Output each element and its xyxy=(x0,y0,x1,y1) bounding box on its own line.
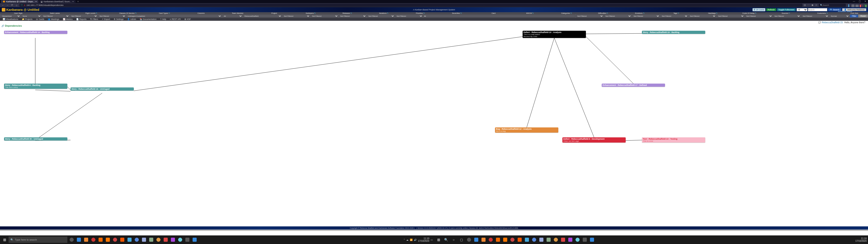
taskbar-app-icon[interactable] xyxy=(538,236,545,243)
swim-lanes-select[interactable]: None xyxy=(21,15,41,18)
taskbar-app-icon[interactable] xyxy=(531,236,537,243)
menu-reports[interactable]: 📄Reports xyxy=(76,18,87,20)
taskbar-clock[interactable]: 11:10 17/10/2020 xyxy=(855,237,867,242)
menu-projects[interactable]: 📁Projects xyxy=(22,18,33,20)
taskbar-app-icon[interactable] xyxy=(155,236,162,243)
taskbar-app-icon[interactable] xyxy=(177,236,184,243)
taskbar-app-icon[interactable] xyxy=(104,236,111,243)
taskbar-app-icon[interactable] xyxy=(473,236,480,243)
chevron-up-icon[interactable]: ˄ xyxy=(404,239,405,241)
releases-select[interactable]: Not Filtered xyxy=(339,15,367,18)
new-tab-button[interactable]: + xyxy=(76,0,80,3)
app-logo[interactable]: Kanbanara @ Untitled xyxy=(2,8,39,11)
sidebar-icon[interactable]: ▤ xyxy=(855,4,859,7)
close-icon[interactable]: ✕ xyxy=(864,0,867,2)
menu-rest-api[interactable]: ≡REST API xyxy=(170,18,181,20)
bookmark-icon[interactable]: ☆ xyxy=(815,4,817,6)
cloud-icon[interactable]: ☁ xyxy=(406,239,408,241)
menu-documentation[interactable]: 📚Documentation xyxy=(140,18,157,20)
categories-select[interactable]: Not Filtered xyxy=(604,15,632,18)
emotions-select[interactable]: Not Filtered xyxy=(660,15,688,18)
browser-tab[interactable]: 🔶 Kanbanara @ Untitled - Depe... × xyxy=(1,0,38,3)
taskbar-app-icon[interactable] xyxy=(169,236,176,243)
home-button[interactable]: ⌂ xyxy=(15,4,18,7)
ext-icon[interactable]: ◧ xyxy=(860,4,863,7)
reader-icon[interactable]: ⊡ xyxy=(804,4,806,6)
cortana-icon[interactable]: ○ xyxy=(450,236,457,243)
difficulties-select[interactable]: Not Filtered xyxy=(632,15,660,18)
tags-select[interactable]: Not Filtered xyxy=(688,15,716,18)
menu-metrics[interactable]: 📈Metrics xyxy=(63,18,72,20)
notification-icon[interactable]: ▭ xyxy=(431,239,433,241)
taskbar-app-icon[interactable] xyxy=(133,236,140,243)
taskbar-app-icon[interactable] xyxy=(68,236,75,243)
taskbar-app-icon[interactable] xyxy=(509,236,516,243)
taskbar-app-icon[interactable] xyxy=(516,236,523,243)
taskbar-app-icon[interactable] xyxy=(524,236,530,243)
search-scope-select[interactable]: All xyxy=(797,8,807,11)
taskbar-app-icon[interactable] xyxy=(502,236,508,243)
menu-settings[interactable]: ⚙Settings xyxy=(114,18,124,20)
sources-select[interactable]: Not Filtered xyxy=(773,15,801,18)
columns-select[interactable]: Untriaged-Completed xyxy=(126,15,222,18)
filter-button[interactable]: Filter xyxy=(850,15,858,18)
chat-user[interactable]: RebeccaShalfield-15: xyxy=(822,21,843,24)
dependency-card[interactable]: Story : RebeccaShalfield-16 : Untriaged xyxy=(70,87,134,91)
dependency-card[interactable]: Story : RebeccaShalfield-30 : Untriaged xyxy=(4,138,67,141)
mscw-select[interactable]: Not Filtered xyxy=(576,15,603,18)
taskbar-app-icon[interactable] xyxy=(162,236,169,243)
maximize-icon[interactable]: ▢ xyxy=(858,0,862,2)
iterations-select[interactable]: Not Filtered xyxy=(367,15,395,18)
wifi-icon[interactable]: 📶 xyxy=(410,239,412,241)
search-input[interactable] xyxy=(808,8,827,11)
dependency-card[interactable]: Bug : RebeccaShalfield-12 : Analysisthis… xyxy=(495,127,558,133)
card-types-select[interactable]: Not Filtered xyxy=(98,15,126,18)
taskbar-app-icon[interactable] xyxy=(553,236,559,243)
taskbar-app-icon[interactable] xyxy=(148,236,155,243)
taskbar-app-icon[interactable] xyxy=(545,236,552,243)
url-bar[interactable]: 🛡 ⊘ 192.168.1.77:8081/visuals/dependenci… xyxy=(20,4,802,7)
taskbar-app-icon[interactable] xyxy=(589,236,595,243)
dependency-card[interactable]: Defect : RebeccaShalfield-3 : Developmen… xyxy=(562,138,626,143)
cards-badge[interactable]: ≣ 28 Cards xyxy=(752,8,765,11)
cos-select[interactable]: Not Filtered xyxy=(70,15,98,18)
reload-button[interactable]: ⟳ xyxy=(10,4,13,7)
dependency-canvas[interactable]: Enhancement : RebeccaShalfield-14 : Back… xyxy=(0,28,868,192)
start-button[interactable]: ⊞ xyxy=(1,237,8,243)
dependency-card[interactable]: Defect : RebeccaShalfield-10 : AnalysisT… xyxy=(523,31,586,38)
taskbar-app-icon[interactable] xyxy=(574,236,581,243)
taskbar-app-icon[interactable] xyxy=(112,236,119,243)
menu-export[interactable]: ↗Export xyxy=(102,18,110,20)
close-icon[interactable]: × xyxy=(35,0,37,3)
priorities-select[interactable]: Not Filtered xyxy=(395,15,423,18)
refresh-button[interactable]: Refresh xyxy=(766,8,776,11)
dependency-card[interactable]: Story : RebeccaShalfield-6 : BacklogThis… xyxy=(4,84,67,89)
taskview-icon[interactable]: ▢ xyxy=(458,236,465,243)
flight-levels-select[interactable]: Not Filtered xyxy=(42,15,70,18)
search-icon[interactable]: 🔍 xyxy=(442,236,450,243)
hashtags-select[interactable]: Not Filtered xyxy=(717,15,744,18)
taskbar-app-icon[interactable] xyxy=(466,236,472,243)
dependency-card[interactable]: Enhancement : RebeccaShalfield-14 : Back… xyxy=(4,31,67,34)
taskbar-app-icon[interactable] xyxy=(75,236,82,243)
taskbar-app-icon[interactable] xyxy=(97,236,104,243)
subteams-select[interactable]: Not Filtered xyxy=(311,15,338,18)
taskbar-app-icon[interactable] xyxy=(141,236,147,243)
team-member-select[interactable]: RebeccaShalfield xyxy=(243,15,282,18)
dependency-card[interactable]: Enhancement : RebeccaShalfield-17 : Defi… xyxy=(602,84,665,87)
menu-visualisations[interactable]: 📊Visualisations xyxy=(3,18,18,20)
taskbar-app-icon[interactable] xyxy=(126,236,133,243)
member-scope-select[interactable]: All xyxy=(222,15,242,18)
taskbar-app-icon[interactable] xyxy=(480,236,487,243)
taskbar-app-icon[interactable] xyxy=(184,236,191,243)
taskbar-search[interactable]: 🔍 Type here to search xyxy=(8,237,67,243)
menu-filters[interactable]: ⚗Filters xyxy=(90,18,98,20)
taskbar-app-icon[interactable] xyxy=(581,236,588,243)
library-icon[interactable]: ▥ xyxy=(851,4,855,7)
taskbar-app-icon[interactable] xyxy=(83,236,90,243)
customers-select[interactable]: Not Filtered xyxy=(801,15,829,18)
taskbar-app-icon[interactable] xyxy=(560,236,566,243)
taskbar-clock[interactable]: 11:10 17/10/2020 xyxy=(418,237,429,242)
forward-button[interactable]: → xyxy=(6,4,9,7)
taskbar-app-icon[interactable] xyxy=(191,236,198,243)
